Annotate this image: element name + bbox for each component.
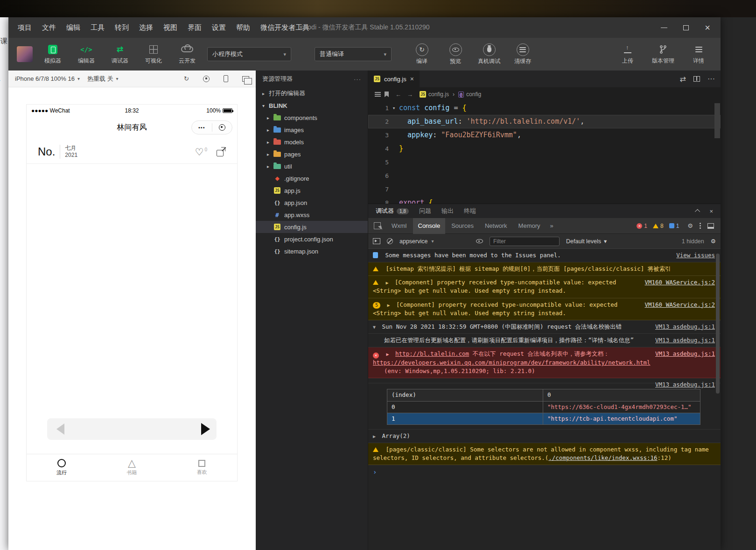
kebab-menu-icon[interactable] bbox=[700, 223, 701, 229]
tree-file-gitignore[interactable]: ◆ .gitignore bbox=[256, 172, 368, 184]
console-prompt[interactable]: › bbox=[368, 465, 721, 479]
menu-help[interactable]: 帮助 bbox=[236, 23, 250, 32]
tree-file-app-wxss[interactable]: # app.wxss bbox=[256, 209, 368, 221]
tab-terminal[interactable]: 终端 bbox=[464, 207, 476, 215]
filter-input[interactable] bbox=[490, 237, 560, 246]
source-link[interactable]: VM160 WAService.js:2 bbox=[644, 301, 715, 309]
tab-memory[interactable]: Memory bbox=[513, 218, 546, 234]
source-link[interactable]: VM13 asdebug.js:1 bbox=[655, 350, 715, 358]
tree-project-blink[interactable]: ▾ BLINK bbox=[256, 99, 368, 112]
previous-icon[interactable] bbox=[56, 423, 64, 435]
doc-link[interactable]: https://developers.weixin.qq.com/minipro… bbox=[373, 359, 651, 366]
clear-console-icon[interactable] bbox=[387, 238, 393, 244]
breadcrumb-symbol[interactable]: @ config bbox=[458, 91, 481, 98]
warning-counter[interactable]: 8 bbox=[653, 223, 664, 229]
tab-books[interactable]: △ 书籍 bbox=[97, 454, 167, 481]
mode-select[interactable]: 小程序模式 ▾ bbox=[207, 47, 291, 61]
stop-icon[interactable] bbox=[203, 76, 210, 82]
tree-file-sitemap[interactable]: {} sitemap.json bbox=[256, 245, 368, 257]
tree-folder-components[interactable]: ▸ components bbox=[256, 112, 368, 124]
version-control-button[interactable]: 版本管理 bbox=[650, 44, 677, 65]
outline-icon[interactable] bbox=[375, 92, 381, 97]
log-levels-select[interactable]: Default levels ▾ bbox=[566, 238, 607, 245]
tab-output[interactable]: 输出 bbox=[441, 207, 454, 215]
tree-open-editors[interactable]: ▸ 打开的编辑器 bbox=[256, 87, 368, 99]
tab-sources[interactable]: Sources bbox=[446, 218, 479, 234]
tab-console[interactable]: Console bbox=[413, 218, 446, 234]
details-button[interactable]: 详情 bbox=[685, 44, 712, 65]
tree-file-project-config[interactable]: {} project.config.json bbox=[256, 233, 368, 245]
upload-button[interactable]: 上传 bbox=[614, 44, 641, 65]
console-warning-component-5x[interactable]: 5 ▶ VM160 WAService.js:2 [Component] pro… bbox=[368, 298, 721, 320]
preview-button[interactable]: 预览 bbox=[441, 43, 470, 65]
tree-file-app-js[interactable]: JS app.js bbox=[256, 184, 368, 197]
console-table[interactable]: (index) 0 0 "https://636c-cloud1-4gx4rmd… bbox=[387, 389, 700, 424]
collapse-icon[interactable] bbox=[695, 209, 700, 214]
tree-folder-pages[interactable]: ▸ pages bbox=[256, 148, 368, 160]
expand-icon[interactable]: ▶ bbox=[373, 434, 376, 439]
split-editor-icon[interactable] bbox=[693, 76, 700, 82]
tree-folder-models[interactable]: ▸ models bbox=[256, 136, 368, 148]
view-issues-link[interactable]: View issues bbox=[676, 251, 715, 260]
close-tab-icon[interactable]: × bbox=[410, 75, 414, 83]
hot-reload-select[interactable]: 热重载 关 ▾ bbox=[87, 75, 119, 83]
tab-network[interactable]: Network bbox=[480, 218, 512, 234]
console-log-request-check[interactable]: ▼ VM13 asdebug.js:1 Sun Nov 28 2021 18:3… bbox=[368, 320, 721, 334]
menu-interface[interactable]: 界面 bbox=[188, 23, 202, 32]
clear-cache-button[interactable]: 清缓存 bbox=[508, 43, 537, 65]
compare-icon[interactable]: ⇄ bbox=[680, 75, 686, 84]
wechat-capsule[interactable]: ••• bbox=[191, 120, 232, 134]
tab-popular[interactable]: 流行 bbox=[27, 454, 97, 481]
compile-mode-select[interactable]: 普通编译 ▾ bbox=[315, 47, 392, 61]
cloud-dev-button[interactable]: 云开发 bbox=[174, 44, 201, 65]
wxss-link[interactable]: ./components/like/index.wxss:16 bbox=[548, 454, 657, 461]
tree-folder-images[interactable]: ▸ images bbox=[256, 124, 368, 136]
live-expression-icon[interactable] bbox=[476, 239, 483, 243]
device-select[interactable]: iPhone 6/7/8 100% 16 ▾ bbox=[15, 75, 80, 82]
bookmark-icon[interactable] bbox=[385, 92, 389, 97]
table-row[interactable]: 0 "https://636c-cloud1-4gx4rmdh07293cec-… bbox=[387, 401, 700, 413]
close-panel-icon[interactable]: × bbox=[709, 208, 713, 215]
console-sidebar-icon[interactable] bbox=[373, 238, 380, 244]
compile-button[interactable]: ↻ 编译 bbox=[407, 43, 436, 65]
info-counter[interactable]: 1 bbox=[669, 223, 679, 229]
domain-link[interactable]: http://bl.talelin.com bbox=[395, 350, 469, 357]
phone-icon[interactable] bbox=[224, 75, 228, 82]
console-warning-component-1[interactable]: ▶ VM160 WAService.js:2 [Component] prope… bbox=[368, 276, 721, 298]
menu-settings[interactable]: 设置 bbox=[212, 23, 226, 32]
more-icon[interactable]: ··· bbox=[354, 76, 361, 83]
editor-scrollbar[interactable] bbox=[714, 103, 720, 138]
menu-view[interactable]: 视图 bbox=[163, 23, 177, 32]
minimize-icon[interactable] bbox=[661, 28, 667, 28]
menu-file[interactable]: 文件 bbox=[42, 23, 56, 32]
tab-config-js[interactable]: JS config.js × bbox=[368, 71, 420, 87]
menu-project[interactable]: 项目 bbox=[18, 23, 32, 32]
settings-gear-icon[interactable]: ⚙ bbox=[687, 222, 693, 229]
back-icon[interactable]: ← bbox=[395, 91, 401, 98]
context-select[interactable]: appservice ▾ bbox=[399, 238, 469, 245]
maximize-icon[interactable] bbox=[683, 25, 689, 30]
more-actions-icon[interactable]: ··· bbox=[707, 75, 715, 83]
menu-goto[interactable]: 转到 bbox=[115, 23, 129, 32]
debugger-button[interactable]: ⇄ 调试器 bbox=[106, 44, 133, 65]
source-link[interactable]: VM13 asdebug.js:1 bbox=[655, 336, 715, 345]
fold-icon[interactable]: ▾ bbox=[389, 101, 399, 115]
expand-icon[interactable]: ▶ bbox=[386, 352, 389, 357]
forward-icon[interactable]: → bbox=[407, 91, 413, 98]
expand-icon[interactable]: ▶ bbox=[386, 280, 389, 285]
code-area[interactable]: 1 ▾ const config = { 2 api_base_url: 'ht… bbox=[368, 101, 721, 204]
tab-likes[interactable]: 喜欢 bbox=[167, 454, 237, 481]
source-link[interactable]: VM13 asdebug.js:1 bbox=[655, 323, 715, 331]
table-row-selected[interactable]: 1 "https://tcb-api.tencentcloudapi.com" bbox=[387, 413, 700, 424]
error-counter[interactable]: 1 bbox=[637, 223, 647, 229]
expand-icon[interactable]: ▶ bbox=[387, 303, 390, 308]
visualize-button[interactable]: 可视化 bbox=[140, 44, 167, 65]
tree-folder-util[interactable]: ▸ util bbox=[256, 160, 368, 172]
console-scrollbar[interactable] bbox=[716, 254, 720, 394]
inspect-icon[interactable] bbox=[374, 222, 381, 229]
more-icon[interactable]: ••• bbox=[192, 125, 212, 130]
exit-target-icon[interactable] bbox=[212, 124, 232, 131]
tree-file-config-js[interactable]: JS config.js bbox=[256, 221, 368, 233]
simulator-button[interactable]: 模拟器 bbox=[39, 44, 66, 65]
collapse-group-icon[interactable]: ▼ bbox=[373, 324, 376, 330]
